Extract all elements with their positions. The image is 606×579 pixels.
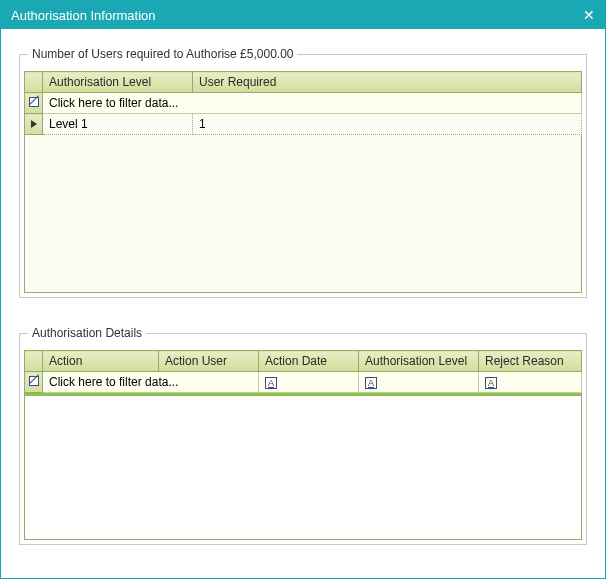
filter-cell-reject-reason[interactable]: A [479,372,582,393]
filter-cell-action-date[interactable]: A [259,372,359,393]
col-reject-reason[interactable]: Reject Reason [479,351,582,372]
col-action-user[interactable]: Action User [159,351,259,372]
filter-row[interactable]: Click here to filter data... A A A [25,372,582,393]
filter-icon [29,97,39,107]
auth-details-group: Authorisation Details Action Action User… [19,326,587,545]
grid-empty-area [24,396,582,510]
filter-text-cell[interactable]: Click here to filter data... [43,372,259,393]
text-filter-icon: A [485,377,497,389]
filter-cell-auth-level[interactable]: A [359,372,479,393]
row-selector-header [25,351,43,372]
col-user-required[interactable]: User Required [193,72,582,93]
text-filter-icon: A [365,377,377,389]
filter-text-cell[interactable]: Click here to filter data... [43,93,582,114]
row-indicator [25,114,43,135]
cell-users[interactable]: 1 [193,114,582,135]
text-filter-icon: A [265,377,277,389]
current-row-icon [31,120,37,128]
titlebar: Authorisation Information ✕ [1,1,605,29]
window-title: Authorisation Information [11,8,156,23]
col-auth-level[interactable]: Authorisation Level [359,351,479,372]
grid-empty-area [24,135,582,293]
col-action[interactable]: Action [43,351,159,372]
filter-icon-cell [25,372,43,393]
auth-details-legend: Authorisation Details [28,326,146,340]
auth-details-grid[interactable]: Action Action User Action Date Authorisa… [24,350,582,393]
row-selector-header [25,72,43,93]
col-action-date[interactable]: Action Date [259,351,359,372]
filter-icon [29,376,39,386]
col-authorisation-level[interactable]: Authorisation Level [43,72,193,93]
dialog-content: Number of Users required to Authorise £5… [1,29,605,579]
close-icon[interactable]: ✕ [561,7,595,23]
filter-row[interactable]: Click here to filter data... [25,93,582,114]
users-required-legend: Number of Users required to Authorise £5… [28,47,297,61]
users-required-grid[interactable]: Authorisation Level User Required Click … [24,71,582,135]
grid-header-row: Action Action User Action Date Authorisa… [25,351,582,372]
users-required-group: Number of Users required to Authorise £5… [19,47,587,298]
grid-bottom-area [24,510,582,540]
table-row[interactable]: Level 1 1 [25,114,582,135]
filter-icon-cell [25,93,43,114]
grid-header-row: Authorisation Level User Required [25,72,582,93]
cell-level[interactable]: Level 1 [43,114,193,135]
